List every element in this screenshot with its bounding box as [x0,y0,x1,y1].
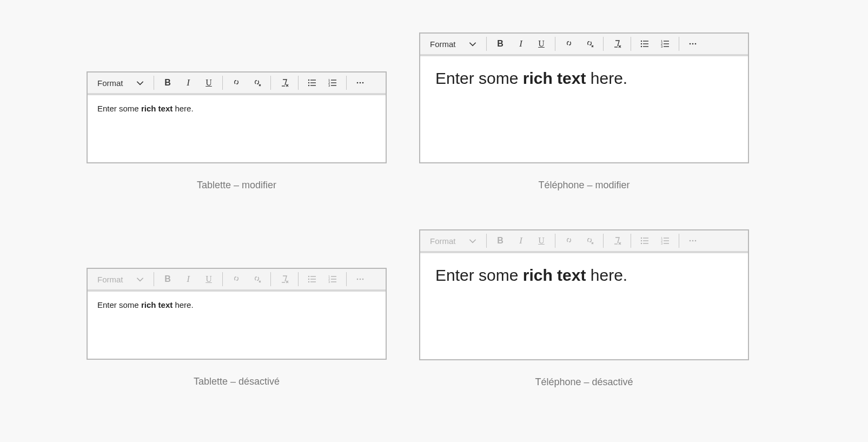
content-text-bold: rich text [523,69,586,87]
numbered-list-button [655,232,675,249]
more-icon [355,274,365,284]
underline-icon: U [538,236,545,246]
editor-content[interactable]: Enter some rich text here. [88,95,386,162]
separator [154,76,154,90]
tablet-edit-panel: Format B I U Enter some rich text here. … [87,71,387,191]
panel-caption: Téléphone – modifier [419,180,749,191]
bold-icon: B [164,274,171,284]
unlink-icon [585,39,594,49]
link-icon [231,78,241,88]
clear-format-button [274,271,295,288]
format-dropdown[interactable]: Format [423,35,483,52]
format-label: Format [97,78,123,88]
clear-format-button[interactable] [607,35,627,52]
numbered-list-icon [328,274,337,284]
format-dropdown: Format [91,271,150,288]
separator [222,76,223,90]
separator [631,37,631,51]
numbered-list-button [322,271,343,288]
content-text-pre: Enter some [435,266,523,284]
more-icon [688,39,698,49]
bulleted-list-button[interactable] [302,74,322,91]
more-button [350,271,370,288]
separator [679,37,679,51]
content-text-bold: rich text [141,104,173,113]
numbered-list-icon [660,236,670,246]
content-text-post: here. [173,300,193,309]
unlink-icon [252,274,262,284]
separator [346,272,347,286]
separator [486,37,487,51]
italic-icon: I [187,77,190,88]
italic-icon: I [519,38,522,49]
caret-down-icon [135,274,145,284]
content-text-pre: Enter some [435,69,523,87]
bold-button[interactable]: B [157,74,178,91]
remove-link-button[interactable] [579,35,600,52]
more-button[interactable] [683,35,703,52]
phone-disabled-panel: Format B I U Enter some rich text here. … [419,229,749,388]
bulleted-list-icon [307,274,317,284]
editor-toolbar: Format B I U [88,72,386,95]
more-button[interactable] [350,74,370,91]
italic-button: I [178,271,198,288]
format-label: Format [430,39,456,49]
italic-button[interactable]: I [178,74,198,91]
bold-button[interactable]: B [490,35,511,52]
rich-text-editor: Format B I U Enter some rich text here. [87,268,387,360]
format-label: Format [430,236,456,246]
separator [154,272,154,286]
separator [555,37,555,51]
content-text-post: here. [586,69,627,87]
editor-content[interactable]: Enter some rich text here. [420,56,748,162]
underline-button[interactable]: U [198,74,219,91]
unlink-icon [585,236,594,246]
bulleted-list-button [302,271,322,288]
separator [222,272,223,286]
unlink-icon [252,78,262,88]
clear-format-icon [280,78,289,88]
rich-text-editor: Format B I U Enter some rich text here. [419,229,749,360]
rich-text-editor: Format B I U Enter some rich text here. [419,32,749,163]
format-dropdown: Format [423,232,483,249]
clear-format-button [607,232,627,249]
bold-button: B [490,232,511,249]
remove-link-button[interactable] [247,74,267,91]
bold-icon: B [497,39,503,49]
content-text-post: here. [586,266,627,284]
separator [679,234,679,248]
separator [603,37,604,51]
clear-format-button[interactable] [274,74,295,91]
bold-icon: B [164,78,171,88]
more-icon [688,236,698,246]
content-text-bold: rich text [141,300,173,309]
italic-button: I [511,232,531,249]
numbered-list-button[interactable] [655,35,675,52]
link-icon [564,39,574,49]
separator [270,76,271,90]
editor-toolbar: Format B I U [88,269,386,292]
bulleted-list-button [634,232,655,249]
rich-text-editor: Format B I U Enter some rich text here. [87,71,387,163]
italic-button[interactable]: I [511,35,531,52]
insert-link-button[interactable] [226,74,247,91]
content-text-post: here. [173,104,193,113]
link-icon [231,274,241,284]
content-text-bold: rich text [523,266,586,284]
bold-icon: B [497,236,503,246]
tablet-disabled-panel: Format B I U Enter some rich text here. … [87,268,387,387]
underline-button: U [531,232,552,249]
numbered-list-button[interactable] [322,74,343,91]
bulleted-list-button[interactable] [634,35,655,52]
underline-button[interactable]: U [531,35,552,52]
insert-link-button[interactable] [559,35,579,52]
editor-content: Enter some rich text here. [420,253,748,359]
editor-toolbar: Format B I U [420,34,748,56]
separator [270,272,271,286]
phone-edit-panel: Format B I U Enter some rich text here. … [419,32,749,191]
numbered-list-icon [660,39,670,49]
format-label: Format [97,275,123,284]
separator [603,234,604,248]
editor-toolbar: Format B I U [420,230,748,253]
format-dropdown[interactable]: Format [91,74,150,91]
